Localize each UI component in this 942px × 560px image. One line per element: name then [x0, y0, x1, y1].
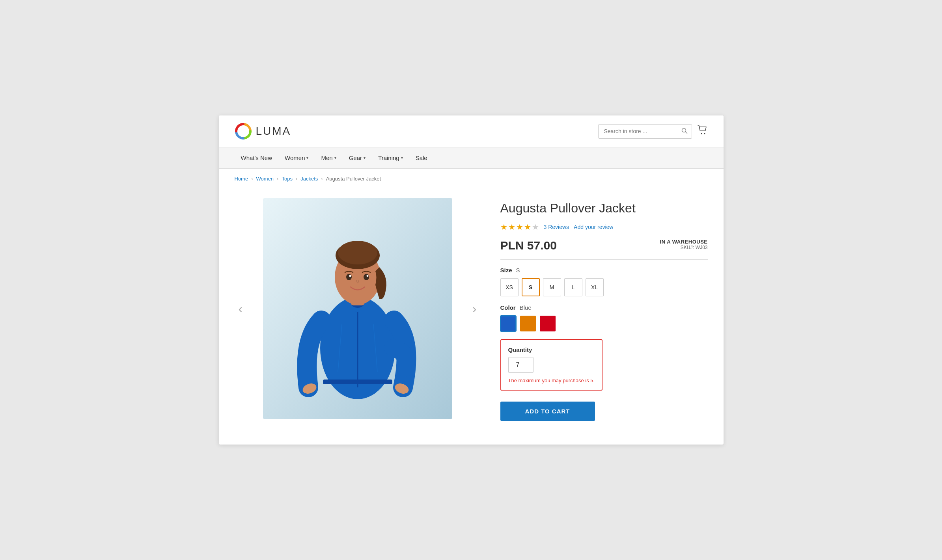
- nav-item-training[interactable]: Training ▾: [372, 147, 409, 168]
- search-icon: [681, 128, 688, 134]
- breadcrumb-separator: ›: [251, 176, 253, 182]
- breadcrumb-jackets[interactable]: Jackets: [300, 176, 318, 182]
- size-options: XS S M L XL: [500, 278, 708, 296]
- size-s[interactable]: S: [522, 278, 540, 296]
- color-section: Color Blue: [500, 304, 708, 331]
- product-price: PLN 57.00: [500, 239, 557, 252]
- size-l[interactable]: L: [564, 278, 582, 296]
- breadcrumb-separator: ›: [321, 176, 323, 182]
- nav-item-sale[interactable]: Sale: [409, 147, 434, 168]
- search-box: [598, 124, 692, 139]
- product-image-svg: [263, 198, 452, 419]
- logo-area: LUMA: [235, 123, 291, 140]
- sku-value: WJ03: [696, 245, 708, 250]
- quantity-error-message: The maximum you may purchase is 5.: [508, 378, 595, 383]
- color-options: [500, 316, 708, 331]
- breadcrumb-separator: ›: [296, 176, 297, 182]
- svg-point-16: [346, 274, 352, 280]
- price-row: PLN 57.00 IN A WAREHOUSE SKU#: WJ03: [500, 239, 708, 252]
- size-section: Size S XS S M L XL: [500, 267, 708, 296]
- breadcrumb: Home › Women › Tops › Jackets › Augusta …: [219, 169, 724, 189]
- svg-point-4: [704, 133, 705, 134]
- sku-info: SKU#: WJ03: [660, 245, 708, 250]
- breadcrumb-home[interactable]: Home: [235, 176, 248, 182]
- chevron-down-icon: ▾: [306, 156, 308, 160]
- star-3: ★: [516, 222, 523, 232]
- color-swatch-orange[interactable]: [520, 316, 536, 331]
- rating-row: ★ ★ ★ ★ ★ 3 Reviews Add your review: [500, 222, 708, 232]
- add-to-cart-button[interactable]: add to cart: [500, 402, 595, 421]
- product-title: Augusta Pullover Jacket: [500, 201, 708, 216]
- color-label: Color: [500, 304, 516, 311]
- nav-item-gear[interactable]: Gear ▾: [343, 147, 372, 168]
- product-image-area: ‹: [235, 197, 481, 420]
- cart-icon: [698, 125, 708, 135]
- product-image: [263, 198, 452, 419]
- color-swatch-blue[interactable]: [500, 316, 516, 331]
- color-swatch-red[interactable]: [540, 316, 556, 331]
- reviews-link[interactable]: 3 Reviews: [544, 224, 569, 230]
- chevron-down-icon: ▾: [401, 156, 403, 160]
- size-m[interactable]: M: [543, 278, 561, 296]
- size-label-row: Size S: [500, 267, 708, 273]
- svg-point-18: [349, 275, 351, 277]
- logo-text: LUMA: [256, 125, 291, 138]
- search-button[interactable]: [677, 125, 692, 138]
- selected-size-value: S: [516, 267, 520, 273]
- main-nav: What's New Women ▾ Men ▾ Gear ▾ Training…: [219, 147, 724, 169]
- star-4: ★: [524, 222, 531, 232]
- color-label-row: Color Blue: [500, 304, 708, 311]
- stock-status: IN A WAREHOUSE: [660, 239, 708, 245]
- nav-item-women[interactable]: Women ▾: [278, 147, 315, 168]
- size-xs[interactable]: XS: [500, 278, 519, 296]
- breadcrumb-tops[interactable]: Tops: [282, 176, 292, 182]
- chevron-down-icon: ▾: [334, 156, 336, 160]
- breadcrumb-women[interactable]: Women: [256, 176, 274, 182]
- size-label: Size: [500, 267, 512, 273]
- breadcrumb-current: Augusta Pullover Jacket: [326, 176, 381, 182]
- sku-label: SKU#:: [681, 245, 694, 250]
- luma-logo-icon: [235, 123, 252, 140]
- selected-color-value: Blue: [520, 304, 532, 311]
- add-review-link[interactable]: Add your review: [574, 224, 613, 230]
- product-details: Augusta Pullover Jacket ★ ★ ★ ★ ★ 3 Revi…: [481, 197, 708, 420]
- svg-rect-20: [323, 380, 392, 384]
- star-2: ★: [508, 222, 515, 232]
- quantity-label: Quantity: [508, 346, 595, 353]
- quantity-input[interactable]: [508, 357, 533, 373]
- divider: [500, 259, 708, 260]
- image-prev-button[interactable]: ‹: [235, 298, 247, 320]
- product-layout: ‹: [219, 189, 724, 444]
- svg-line-2: [685, 132, 687, 133]
- nav-item-men[interactable]: Men ▾: [315, 147, 342, 168]
- image-next-button[interactable]: ›: [468, 298, 481, 320]
- header: LUMA: [219, 115, 724, 147]
- stock-info: IN A WAREHOUSE SKU#: WJ03: [660, 239, 708, 250]
- breadcrumb-separator: ›: [277, 176, 278, 182]
- size-xl[interactable]: XL: [586, 278, 604, 296]
- svg-point-3: [701, 133, 702, 134]
- svg-point-15: [338, 241, 377, 264]
- star-1: ★: [500, 222, 507, 232]
- store-container: LUMA What': [219, 115, 724, 444]
- cart-button[interactable]: [698, 125, 708, 137]
- svg-point-19: [366, 275, 368, 277]
- nav-item-whats-new[interactable]: What's New: [235, 147, 279, 168]
- quantity-section: Quantity The maximum you may purchase is…: [500, 339, 603, 391]
- search-input[interactable]: [599, 125, 677, 138]
- star-5: ★: [532, 222, 539, 232]
- chevron-down-icon: ▾: [364, 156, 366, 160]
- search-area: [598, 124, 708, 139]
- star-rating: ★ ★ ★ ★ ★: [500, 222, 539, 232]
- svg-point-17: [364, 274, 369, 280]
